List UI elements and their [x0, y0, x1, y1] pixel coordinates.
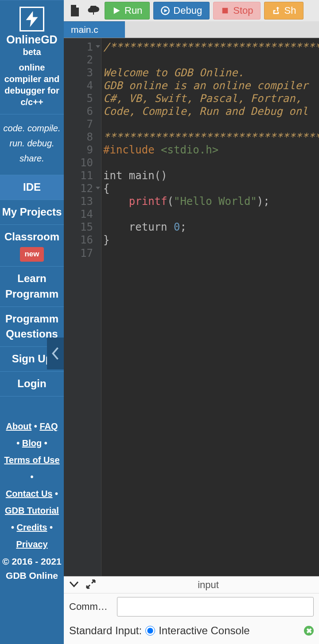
link-faq[interactable]: FAQ: [39, 421, 58, 431]
link-about[interactable]: About: [6, 421, 31, 431]
logo-icon: [19, 7, 44, 31]
command-input[interactable]: [117, 597, 314, 617]
stdin-opt-interactive: Interactive Console: [159, 624, 249, 637]
stdin-label: Standard Input:: [69, 624, 142, 637]
run-button[interactable]: Run: [105, 2, 150, 20]
stdin-radio-interactive[interactable]: [145, 626, 155, 636]
debug-label: Debug: [173, 5, 202, 16]
nav-my-projects[interactable]: My Projects: [0, 200, 64, 225]
tab-main-c[interactable]: main.c: [64, 21, 125, 38]
share-button[interactable]: Sh: [264, 2, 303, 20]
brand-title: OnlineGD: [0, 34, 64, 45]
console-title: input: [103, 579, 314, 591]
nav-login[interactable]: Login: [0, 372, 64, 397]
code-content[interactable]: /************************************ We…: [101, 38, 319, 576]
sidebar: OnlineGD beta online compiler and debugg…: [0, 0, 64, 644]
line-gutter: 1234567891011121314151617: [64, 38, 101, 576]
collapse-console-icon[interactable]: [69, 581, 79, 589]
svg-marker-0: [26, 11, 38, 27]
console-header: input: [64, 577, 319, 593]
nav-learn[interactable]: Learn Programm: [0, 267, 64, 307]
code-editor[interactable]: 1234567891011121314151617 /*************…: [64, 38, 319, 576]
svg-rect-4: [222, 8, 228, 14]
console-panel: input Comm… Standard Input: Interactive …: [64, 576, 319, 644]
nav-classroom[interactable]: Classroom new: [0, 225, 64, 267]
upload-icon[interactable]: [86, 2, 101, 20]
stdin-row: Standard Input: Interactive Console ✖: [64, 620, 319, 644]
brand-beta: beta: [0, 47, 64, 57]
command-label: Comm…: [69, 601, 113, 613]
link-privacy[interactable]: Privacy: [16, 539, 47, 549]
link-contact[interactable]: Contact Us: [6, 489, 53, 499]
command-row: Comm…: [64, 593, 319, 620]
svg-marker-3: [164, 9, 168, 12]
run-label: Run: [124, 5, 142, 16]
share-label: Sh: [284, 5, 296, 16]
link-credits[interactable]: Credits: [17, 522, 47, 532]
link-tutorial[interactable]: GDB Tutorial: [5, 506, 59, 515]
nav-ide[interactable]: IDE: [0, 175, 64, 200]
motto: code. compile. run. debug. share.: [0, 114, 64, 175]
link-terms[interactable]: Terms of Use: [4, 455, 59, 465]
close-console-icon[interactable]: ✖: [304, 626, 314, 636]
collapse-sidebar-button[interactable]: [47, 338, 64, 369]
stop-label: Stop: [233, 5, 253, 16]
svg-marker-1: [114, 8, 120, 14]
logo-section: OnlineGD beta: [0, 0, 64, 57]
main-area: Run Debug Stop Sh main.c 123456789101112…: [64, 0, 319, 644]
new-file-icon[interactable]: [67, 2, 82, 20]
copyright: © 2016 - 2021 GDB Online: [0, 553, 64, 588]
debug-button[interactable]: Debug: [153, 2, 210, 20]
stop-button[interactable]: Stop: [213, 2, 261, 20]
tagline: online compiler and debugger for c/c++: [0, 57, 64, 114]
nav-classroom-label: Classroom: [4, 231, 59, 243]
editor-tabs: main.c: [64, 21, 319, 38]
footer-links: About • FAQ • Blog • Terms of Use • Cont…: [0, 418, 64, 553]
toolbar: Run Debug Stop Sh: [64, 0, 319, 21]
expand-console-icon[interactable]: [86, 579, 96, 591]
link-blog[interactable]: Blog: [22, 438, 42, 448]
badge-new: new: [20, 247, 43, 262]
